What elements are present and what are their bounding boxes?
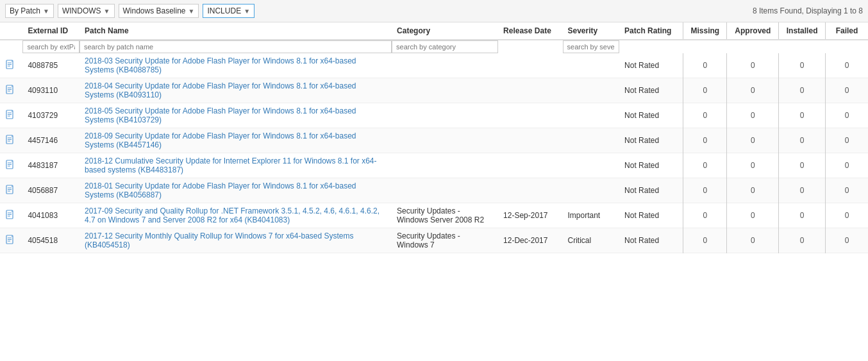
table-row: 4093110 2018-04 Security Update for Adob… <box>0 78 868 103</box>
th-failed: Failed <box>825 22 868 40</box>
row-installed: 0 <box>779 103 826 128</box>
search-externalid-cell <box>22 40 79 53</box>
row-failed: 0 <box>825 128 868 153</box>
row-category <box>392 128 498 153</box>
search-externalid-input[interactable] <box>22 40 79 53</box>
row-patchrating: Not Rated <box>619 153 683 178</box>
row-failed: 0 <box>825 153 868 178</box>
patch-name-link[interactable]: 2018-01 Security Update for Adobe Flash … <box>85 181 356 199</box>
document-icon <box>5 160 15 170</box>
patch-name-link[interactable]: 2018-09 Security Update for Adobe Flash … <box>85 131 356 149</box>
table-wrapper: External ID Patch Name Category Release … <box>0 22 868 253</box>
row-failed: 0 <box>825 103 868 128</box>
row-patchname: 2017-12 Security Monthly Quality Rollup … <box>79 228 392 253</box>
row-icon-cell <box>0 228 22 253</box>
patch-name-link[interactable]: 2017-09 Security and Quality Rollup for … <box>85 206 380 224</box>
row-severity <box>563 78 620 103</box>
filter-windows-label: WINDOWS <box>62 6 101 15</box>
filter-by-patch-label: By Patch <box>10 6 40 15</box>
filter-baseline-label: Windows Baseline <box>123 6 186 15</box>
th-approved: Approved <box>727 22 779 40</box>
row-releasedate <box>498 53 562 78</box>
search-patchname-input[interactable] <box>79 40 392 53</box>
row-severity <box>563 128 620 153</box>
row-releasedate <box>498 78 562 103</box>
row-icon-cell <box>0 53 22 78</box>
row-failed: 0 <box>825 178 868 203</box>
row-patchrating: Not Rated <box>619 203 683 228</box>
table-header-row: External ID Patch Name Category Release … <box>0 22 868 40</box>
document-icon <box>5 60 15 70</box>
row-installed: 0 <box>779 178 826 203</box>
search-category-cell <box>392 40 498 53</box>
row-externalid: 4457146 <box>22 128 79 153</box>
table-row: 4054518 2017-12 Security Monthly Quality… <box>0 228 868 253</box>
items-found: 8 Items Found, Displaying 1 to 8 <box>753 6 863 15</box>
filter-windows[interactable]: WINDOWS ▼ <box>58 4 115 18</box>
row-externalid: 4483187 <box>22 153 79 178</box>
th-category: Category <box>392 22 498 40</box>
row-patchrating: Not Rated <box>619 103 683 128</box>
search-releasedate-cell <box>498 40 562 53</box>
row-patchname: 2018-05 Security Update for Adobe Flash … <box>79 103 392 128</box>
row-severity <box>563 53 620 78</box>
search-failed-cell <box>825 40 868 53</box>
patch-name-link[interactable]: 2018-12 Cumulative Security Update for I… <box>85 156 377 174</box>
row-releasedate <box>498 153 562 178</box>
row-missing: 0 <box>683 128 727 153</box>
row-icon-cell <box>0 103 22 128</box>
row-missing: 0 <box>683 78 727 103</box>
row-installed: 0 <box>779 53 826 78</box>
patch-name-link[interactable]: 2018-03 Security Update for Adobe Flash … <box>85 56 356 74</box>
row-approved: 0 <box>727 153 779 178</box>
row-severity: Critical <box>563 228 620 253</box>
row-icon-cell <box>0 128 22 153</box>
table-body: 4088785 2018-03 Security Update for Adob… <box>0 53 868 253</box>
row-patchrating: Not Rated <box>619 78 683 103</box>
search-installed-cell <box>779 40 826 53</box>
row-installed: 0 <box>779 203 826 228</box>
patches-table: External ID Patch Name Category Release … <box>0 22 868 253</box>
th-patchrating: Patch Rating <box>619 22 683 40</box>
filter-baseline[interactable]: Windows Baseline ▼ <box>119 4 199 18</box>
row-missing: 0 <box>683 153 727 178</box>
row-icon-cell <box>0 153 22 178</box>
patch-name-link[interactable]: 2018-05 Security Update for Adobe Flash … <box>85 106 356 124</box>
row-approved: 0 <box>727 128 779 153</box>
row-releasedate: 12-Dec-2017 <box>498 228 562 253</box>
row-patchrating: Not Rated <box>619 228 683 253</box>
row-missing: 0 <box>683 53 727 78</box>
row-patchrating: Not Rated <box>619 178 683 203</box>
filter-include-arrow: ▼ <box>244 8 250 15</box>
row-approved: 0 <box>727 53 779 78</box>
row-missing: 0 <box>683 103 727 128</box>
search-icon-cell <box>0 40 22 53</box>
row-approved: 0 <box>727 178 779 203</box>
table-row: 4483187 2018-12 Cumulative Security Upda… <box>0 153 868 178</box>
row-patchname: 2018-04 Security Update for Adobe Flash … <box>79 78 392 103</box>
search-category-input[interactable] <box>392 40 498 53</box>
row-missing: 0 <box>683 203 727 228</box>
row-patchname: 2018-09 Security Update for Adobe Flash … <box>79 128 392 153</box>
filter-include[interactable]: INCLUDE ▼ <box>203 4 255 18</box>
table-row: 4103729 2018-05 Security Update for Adob… <box>0 103 868 128</box>
filter-by-patch[interactable]: By Patch ▼ <box>5 4 54 18</box>
row-patchrating: Not Rated <box>619 128 683 153</box>
row-icon-cell <box>0 178 22 203</box>
row-icon-cell <box>0 78 22 103</box>
filter-include-label: INCLUDE <box>207 6 241 15</box>
row-patchname: 2018-12 Cumulative Security Update for I… <box>79 153 392 178</box>
row-releasedate <box>498 128 562 153</box>
patch-name-link[interactable]: 2018-04 Security Update for Adobe Flash … <box>85 81 356 99</box>
row-installed: 0 <box>779 228 826 253</box>
row-category <box>392 153 498 178</box>
row-externalid: 4088785 <box>22 53 79 78</box>
patch-name-link[interactable]: 2017-12 Security Monthly Quality Rollup … <box>85 231 354 249</box>
search-row <box>0 40 868 53</box>
row-patchname: 2017-09 Security and Quality Rollup for … <box>79 203 392 228</box>
th-releasedate: Release Date <box>498 22 562 40</box>
table-row: 4457146 2018-09 Security Update for Adob… <box>0 128 868 153</box>
search-severity-input[interactable] <box>563 40 620 53</box>
row-category: Security Updates - Windows Server 2008 R… <box>392 203 498 228</box>
document-icon <box>5 85 15 95</box>
